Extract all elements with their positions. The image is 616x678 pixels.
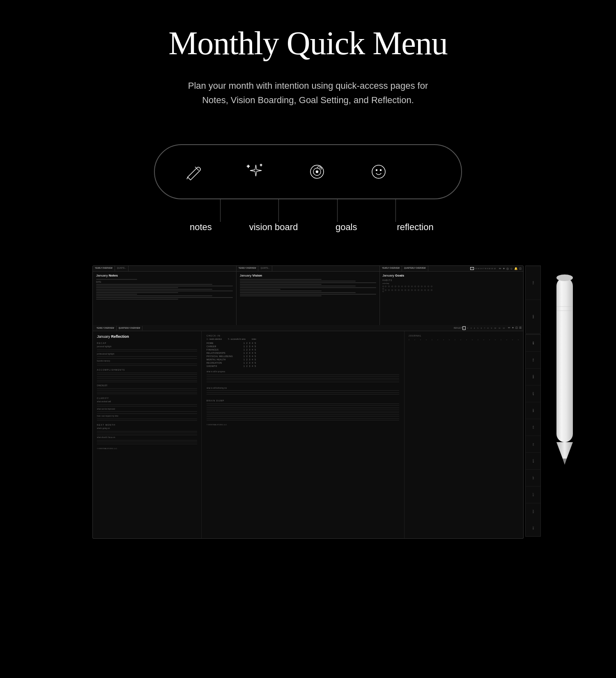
vision-panel: YEARLY OVERVIEW QUARTE... January Vision [237,266,380,325]
goals-panel-header: YEARLY OVERVIEW QUARTERLY OVERVIEW 1 234… [380,266,523,272]
reflection-mid-col: CHECK-IN 1 - needs attention 5 - success… [202,331,404,538]
checkin-label: CHECK-IN [207,334,399,337]
goals-toolbar: ✏ ✦ ◎ ☺ 🔔 ⊡ [497,266,523,271]
reflect-toolbar: ✏ ✦ ⊡ ☰ [508,326,522,330]
notes-tab-yearly[interactable]: YEARLY OVERVIEW [93,266,115,271]
month-oct-main: OCT [526,486,540,503]
reflection-panel: YEARLY OVERVIEW QUARTERLY OVERVIEW REFLE… [92,325,524,539]
notes-panel-header: YEARLY OVERVIEW QUARTE... [93,266,236,272]
checkin-physical: PHYSICAL WELLBEING 1 2 3 4 5 [207,355,399,357]
checkin-career: CAREER 1 2 3 4 5 [207,345,399,348]
goals-panel-title: January Goals [382,274,521,277]
smiley-icon [364,157,393,186]
goals-page-nums: 1 234 567 8910 1112 [469,266,497,271]
checkin-finances: FINANCES 1 2 3 4 5 [207,348,399,351]
screenshots-section: YEARLY OVERVIEW QUARTE... January Notes … [0,249,616,563]
checkin-mental: MENTAL HEALTH 1 2 3 4 5 [207,358,399,361]
sparkle-icon: + + [241,157,270,186]
accomplishments-label: ACCOMPLISHMENTS [97,369,197,371]
goals-icon-item[interactable] [303,157,331,186]
recap-label: RECAP [97,342,197,344]
respect-time-label: how i can respect my time [97,415,197,417]
vision-panel-title: January Vision [240,274,377,277]
notes-icon [179,157,208,186]
checkin-header: 1 - needs attention 5 - successful in ar… [207,338,399,340]
vision-panel-header: YEARLY OVERVIEW QUARTE... [237,266,380,272]
connector-line-goals [337,199,338,222]
apple-pencil-svg [532,270,598,467]
apple-pencil-container [532,270,598,468]
goals-tab-yearly[interactable]: YEARLY OVERVIEW [380,266,402,271]
svg-text:+: + [260,163,262,167]
vision-panel-body: January Vision [237,272,380,299]
icons-pill: + + [154,144,462,199]
icons-pill-wrapper: + + [154,144,462,222]
svg-point-9 [380,169,381,171]
goals-label: goals [326,222,367,233]
vision-board-icon-item[interactable]: + + [241,157,270,186]
notes-date-line [96,279,137,280]
reflect-label: REFLECT [454,327,462,329]
top-panels: YEARLY OVERVIEW QUARTE... January Notes … [92,265,524,325]
notes-col: notes [252,338,256,340]
vision-tab-yearly[interactable]: YEARLY OVERVIEW [237,266,259,271]
goals-tab-quarter[interactable]: QUARTERLY OVERVIEW [402,266,428,271]
reflection-left-col: January Reflection RECAP personal highli… [93,331,202,538]
copyright-mid: © KRISTINALSTUDIO, LLC [207,424,399,426]
goals-panel-body: January Goals HABITS color key: [380,272,523,294]
notes-icon-item[interactable] [179,157,208,186]
reflection-icon-item[interactable] [364,157,393,186]
journal-dot-grid [409,339,519,340]
svg-line-0 [187,177,188,179]
copyright-left: © KRISTINALSTUDIO, LLC [97,447,197,450]
checklist-label: CHECKLIST: [97,385,197,387]
checkin-home: HOME 1 2 3 4 5 [207,342,399,344]
scale-low: 1 - needs attention [207,338,222,340]
still-bothering-label: what is still bothering me [207,387,399,389]
notes-tab-quarter[interactable]: QUARTE... [115,266,129,271]
reflection-label: reflection [395,222,436,233]
page-wrapper: Monthly Quick Menu Plan your month with … [0,0,616,678]
reflect-page-nums: 1 2 3 4 5 6 7 8 9 10 11 12 [462,326,506,330]
still-progress-label: what is still in progress [207,371,399,373]
reflection-panel-header: YEARLY OVERVIEW QUARTERLY OVERVIEW REFLE… [93,325,523,331]
scale-high: 5 - successful in area [228,338,246,340]
journal-label: JOURNAL [409,334,519,337]
connector-line-reflection [395,199,396,222]
connector-line-vision [278,199,279,222]
reflection-title: January Reflection [97,334,197,339]
target-icon [303,157,331,186]
reflection-tab-quarter[interactable]: QUARTERLY OVERVIEW [117,326,143,330]
reflection-body: January Reflection RECAP personal highli… [93,331,523,538]
connector-line-notes [220,199,221,222]
goals-panel: YEARLY OVERVIEW QUARTERLY OVERVIEW 1 234… [380,266,523,325]
svg-point-6 [316,171,318,173]
svg-point-11 [556,274,573,281]
professional-highlight-label: professional highlight [97,353,197,355]
whats-going-label: what's going on [97,427,197,429]
vision-tab-quarter[interactable]: QUARTE... [258,266,272,271]
svg-text:+: + [247,164,250,169]
notes-panel: YEARLY OVERVIEW QUARTE... January Notes … [93,266,237,325]
improve-label: what can be improved [97,408,197,410]
habits-dots [382,286,521,292]
icon-labels: notes vision board goals reflection [154,222,462,233]
checkin-recreation: RECREATION 1 2 3 4 5 [207,362,399,364]
vision-board-label: vision board [249,222,298,233]
mock-container: YEARLY OVERVIEW QUARTE... January Notes … [92,265,524,539]
svg-marker-13 [563,459,567,465]
notes-panel-title: January Notes [96,274,233,277]
brain-dump-label: BRAIN DUMP [207,399,399,402]
month-sep-main: SEP [526,469,540,486]
what-worked-label: what worked well [97,401,197,403]
month-dec-main: DEC [526,520,540,536]
reflection-tab-yearly[interactable]: YEARLY OVERVIEW [94,326,117,330]
favorite-memory-label: favorite memory [97,360,197,362]
notes-label: notes [180,222,221,233]
icons-section: + + [0,120,616,249]
notes-date-label: DATE: [96,281,233,283]
focus-label: what should i focus on [97,436,197,438]
checkin-growth: GROWTH 1 2 3 4 5 [207,365,399,367]
checkin-relationships: RELATIONSHIPS 1 2 3 4 5 [207,352,399,354]
page-subtitle: Plan your month with intention using qui… [164,78,452,107]
